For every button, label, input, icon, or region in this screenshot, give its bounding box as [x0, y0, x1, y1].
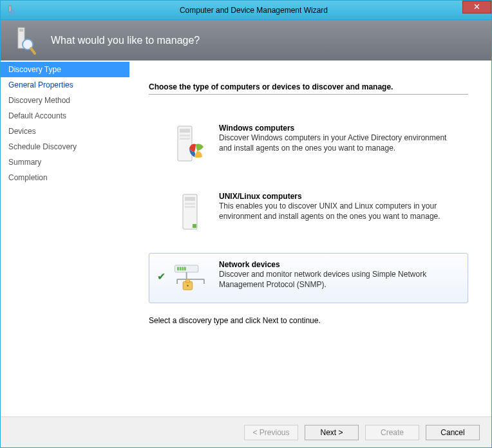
wizard-content: Choose the type of computers or devices … [129, 61, 491, 416]
svg-rect-18 [180, 267, 182, 270]
svg-rect-13 [185, 203, 195, 205]
svg-line-2 [14, 14, 15, 15]
svg-rect-17 [177, 267, 179, 270]
wizard-banner: What would you like to manage? [1, 20, 491, 61]
option-title: Network devices [219, 260, 460, 269]
step-devices: Devices [1, 124, 129, 139]
wizard-steps-sidebar: Discovery Type General Properties Discov… [1, 61, 129, 416]
svg-rect-8 [180, 129, 190, 133]
step-general-properties[interactable]: General Properties [1, 77, 129, 93]
option-desc: Discover Windows computers in your Activ… [219, 133, 460, 153]
titlebar: Computer and Device Management Wizard ✕ [1, 1, 491, 20]
unix-linux-computers-icon [171, 192, 210, 233]
step-completion: Completion [1, 170, 129, 185]
wizard-body: Discovery Type General Properties Discov… [1, 61, 491, 416]
svg-rect-26 [186, 279, 189, 283]
step-schedule-discovery: Schedule Discovery [1, 139, 129, 154]
wizard-footer: < Previous Next > Create Cancel [1, 416, 491, 447]
step-default-accounts: Default Accounts [1, 108, 129, 124]
option-unix-linux-computers[interactable]: ✔ UNIX/Linux computers This enables you … [149, 185, 468, 240]
cancel-button[interactable]: Cancel [426, 425, 480, 440]
option-desc: Discover and monitor network devices usi… [219, 269, 460, 290]
banner-icon [14, 26, 37, 55]
option-network-devices[interactable]: ✔ Network devices [149, 253, 468, 303]
svg-rect-14 [185, 206, 195, 208]
option-title: Windows computers [219, 124, 460, 133]
option-desc: This enables you to discover UNIX and Li… [219, 201, 460, 221]
svg-line-6 [31, 48, 35, 53]
banner-heading: What would you like to manage? [51, 35, 200, 46]
app-icon [6, 5, 16, 15]
close-button[interactable]: ✕ [462, 1, 491, 14]
next-button[interactable]: Next > [305, 425, 359, 440]
option-title: UNIX/Linux computers [219, 192, 460, 201]
svg-rect-9 [180, 135, 190, 136]
svg-rect-10 [180, 138, 190, 140]
step-summary: Summary [1, 154, 129, 170]
content-hint: Select a discovery type and click Next t… [149, 316, 468, 325]
previous-button: < Previous [244, 425, 298, 440]
svg-rect-4 [19, 29, 23, 32]
svg-rect-20 [184, 267, 186, 270]
check-icon: ✔ [157, 270, 169, 283]
svg-rect-12 [185, 197, 195, 201]
svg-point-27 [187, 285, 189, 286]
window-title: Computer and Device Management Wizard [16, 6, 491, 15]
network-devices-icon [171, 260, 210, 296]
svg-rect-19 [182, 267, 184, 270]
option-windows-computers[interactable]: ✔ Windows computers Discove [149, 117, 468, 172]
step-discovery-type[interactable]: Discovery Type [1, 62, 129, 77]
create-button: Create [365, 425, 419, 440]
svg-rect-15 [193, 224, 196, 228]
windows-computers-icon [171, 124, 210, 165]
content-title: Choose the type of computers or devices … [149, 82, 468, 95]
step-discovery-method: Discovery Method [1, 93, 129, 108]
